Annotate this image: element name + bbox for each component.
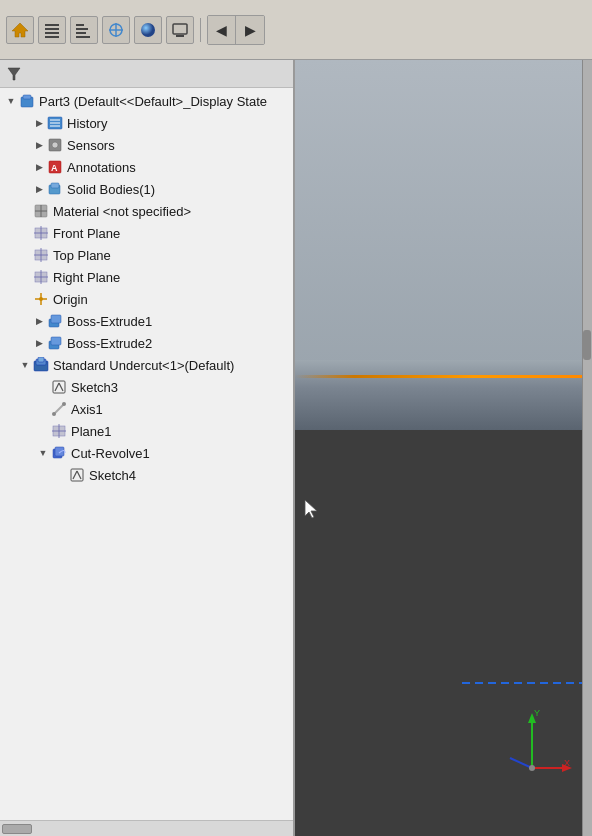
- svg-rect-7: [76, 32, 86, 34]
- svg-rect-13: [173, 24, 187, 34]
- svg-rect-4: [45, 36, 59, 38]
- history-expand[interactable]: [32, 116, 46, 130]
- solidbodies-arrow: [18, 182, 32, 196]
- sketch3-spacer: [36, 380, 50, 394]
- stdundercut-label: Standard Undercut<1>(Default): [53, 358, 234, 373]
- filter-bar: [0, 60, 293, 88]
- annotations-label: Annotations: [67, 160, 136, 175]
- tree-item-plane1[interactable]: Plane1: [0, 420, 293, 442]
- annotation-icon: A: [46, 158, 64, 176]
- svg-rect-6: [76, 28, 88, 30]
- annotations-expand[interactable]: [32, 160, 46, 174]
- svg-rect-5: [76, 24, 84, 26]
- blue-dashed-line: [462, 678, 582, 688]
- frontplane-spacer: [18, 226, 32, 240]
- svg-rect-3: [45, 32, 59, 34]
- frontplane-label: Front Plane: [53, 226, 120, 241]
- extrude2-icon: [46, 334, 64, 352]
- svg-point-42: [39, 297, 43, 301]
- sketch4-icon: [68, 466, 86, 484]
- svg-text:X: X: [564, 758, 570, 768]
- scroll-handle[interactable]: [2, 824, 32, 834]
- sketch3-label: Sketch3: [71, 380, 118, 395]
- annotations-arrow: [18, 160, 32, 174]
- plane1-spacer: [36, 424, 50, 438]
- tree-item-origin[interactable]: Origin: [0, 288, 293, 310]
- sensors-expand[interactable]: [32, 138, 46, 152]
- tree-item-annotations[interactable]: A Annotations: [0, 156, 293, 178]
- tree-item-topplane[interactable]: Top Plane: [0, 244, 293, 266]
- bossextrude2-label: Boss-Extrude2: [67, 336, 152, 351]
- stdundercut-expand[interactable]: [18, 358, 32, 372]
- sphere-button[interactable]: [134, 16, 162, 44]
- tree-item-sensors[interactable]: Sensors: [0, 134, 293, 156]
- tree-item-cutrevolve1[interactable]: Cut-Revolve1: [0, 442, 293, 464]
- tree-item-rightplane[interactable]: Right Plane: [0, 266, 293, 288]
- mouse-cursor: [303, 498, 323, 522]
- right-scrollbar[interactable]: [582, 60, 592, 836]
- svg-line-53: [54, 404, 64, 414]
- part-surface: [295, 360, 592, 430]
- solidbodies-expand[interactable]: [32, 182, 46, 196]
- tree-item-solidbodies[interactable]: Solid Bodies(1): [0, 178, 293, 200]
- nav-prev-button[interactable]: ◀: [208, 16, 236, 44]
- scene-background-top: [295, 60, 592, 380]
- sensors-label: Sensors: [67, 138, 115, 153]
- svg-rect-14: [176, 35, 184, 37]
- undercut-icon: [32, 356, 50, 374]
- tree-item-sketch4[interactable]: Sketch4: [0, 464, 293, 486]
- filter-icon: [6, 66, 22, 82]
- topplane-icon: [32, 246, 50, 264]
- svg-rect-2: [45, 28, 59, 30]
- orange-edge-highlight: [295, 375, 592, 378]
- tree-item-bossextrude2[interactable]: Boss-Extrude2: [0, 332, 293, 354]
- tree-item-axis1[interactable]: Axis1: [0, 398, 293, 420]
- bossextrude1-expand[interactable]: [32, 314, 46, 328]
- part-icon: [18, 92, 36, 110]
- nav-next-button[interactable]: ▶: [236, 16, 264, 44]
- display-button[interactable]: [166, 16, 194, 44]
- sensors-arrow: [18, 138, 32, 152]
- svg-rect-60: [55, 447, 64, 456]
- svg-line-63: [77, 471, 81, 479]
- svg-line-52: [59, 383, 63, 391]
- feature-tree[interactable]: Part3 (Default<<Default>_Display State H…: [0, 88, 293, 820]
- bossextrude2-spacer: [18, 336, 32, 350]
- svg-marker-15: [8, 68, 20, 80]
- 3d-viewport[interactable]: Y X: [295, 60, 592, 836]
- svg-text:Y: Y: [534, 708, 540, 718]
- svg-rect-8: [76, 36, 90, 38]
- history-icon: [46, 114, 64, 132]
- origin-spacer: [18, 292, 32, 306]
- tree-root[interactable]: Part3 (Default<<Default>_Display State: [0, 90, 293, 112]
- horizontal-scrollbar[interactable]: [0, 820, 293, 836]
- solidbodies-label: Solid Bodies(1): [67, 182, 155, 197]
- bossextrude2-expand[interactable]: [32, 336, 46, 350]
- scroll-thumb[interactable]: [583, 330, 591, 360]
- tree-item-frontplane[interactable]: Front Plane: [0, 222, 293, 244]
- origin-label: Origin: [53, 292, 88, 307]
- tree-item-history[interactable]: History: [0, 112, 293, 134]
- frontplane-icon: [32, 224, 50, 242]
- rightplane-label: Right Plane: [53, 270, 120, 285]
- tree-view-button[interactable]: [70, 16, 98, 44]
- history-arrow: [18, 116, 32, 130]
- plane1-label: Plane1: [71, 424, 111, 439]
- root-label: Part3 (Default<<Default>_Display State: [39, 94, 267, 109]
- axis1-label: Axis1: [71, 402, 103, 417]
- svg-line-71: [510, 758, 532, 768]
- svg-line-51: [55, 383, 59, 391]
- sketch4-spacer: [54, 468, 68, 482]
- tree-item-material[interactable]: Material <not specified>: [0, 200, 293, 222]
- nav-buttons: ◀ ▶: [207, 15, 265, 45]
- cutrevolve1-expand[interactable]: [36, 446, 50, 460]
- list-button[interactable]: [38, 16, 66, 44]
- tree-item-sketch3[interactable]: Sketch3: [0, 376, 293, 398]
- svg-marker-73: [305, 500, 317, 518]
- root-expand-arrow[interactable]: [4, 94, 18, 108]
- tree-item-bossextrude1[interactable]: Boss-Extrude1: [0, 310, 293, 332]
- home-button[interactable]: [6, 16, 34, 44]
- revolve-icon: [50, 444, 68, 462]
- crosshair-button[interactable]: [102, 16, 130, 44]
- tree-item-stdundercut[interactable]: Standard Undercut<1>(Default): [0, 354, 293, 376]
